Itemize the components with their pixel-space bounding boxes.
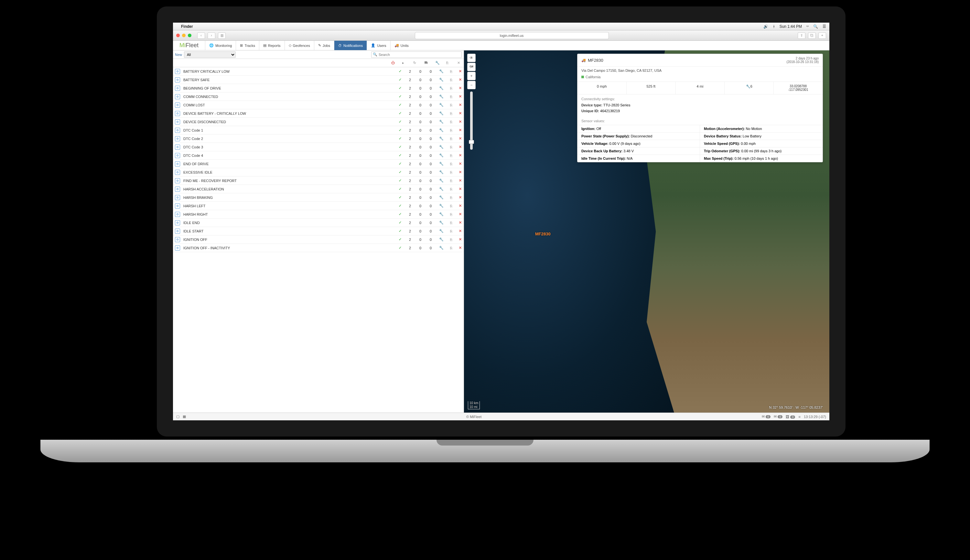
new-tab-button[interactable]: + [818,32,826,39]
image-icon[interactable]: 🖼 0 [786,415,795,419]
menubar-app-name[interactable]: Finder [181,24,193,29]
notification-row[interactable]: HARSH LEFT✓200🔧⎘✕ [173,202,464,210]
settings-icon[interactable]: 🔧 [435,61,440,65]
map-view[interactable]: 👁 🗺 + − 🚚 MF2830 2 days 23 h ago (2018-1… [464,50,829,413]
search-input[interactable]: 🔍 [371,52,462,58]
back-button[interactable]: ‹ [197,32,205,39]
wrench-icon[interactable]: 🔧 [439,120,443,124]
mail-icon[interactable]: ✉ 0 [762,415,770,419]
check-icon[interactable]: ✓ [399,94,402,98]
check-icon[interactable]: ✓ [399,237,402,242]
copy-icon[interactable]: ⎘ [450,187,452,191]
check-icon[interactable]: ✓ [399,204,402,208]
filter-select[interactable]: All [184,52,236,58]
delete-icon[interactable]: ✕ [459,204,462,208]
check-icon[interactable]: ✓ [399,69,402,73]
copy-icon[interactable]: ⎘ [450,212,452,216]
copy-icon[interactable]: ⎘ [450,86,452,90]
delete-icon[interactable]: ✕ [459,212,462,216]
copy-icon[interactable]: ⎘ [450,120,452,124]
notification-row[interactable]: IGNITION OFF - INACTIVITY✓200🔧⎘✕ [173,244,464,252]
check-icon[interactable]: ✓ [399,195,402,200]
check-icon[interactable]: ✓ [399,145,402,149]
notification-row[interactable]: IDLE START✓200🔧⎘✕ [173,227,464,235]
wifi-icon[interactable]: ⌔ [807,24,809,29]
spotlight-icon[interactable]: 🔍 [813,24,818,29]
map-unit-marker[interactable]: MF2830 [535,232,551,237]
wrench-icon[interactable]: 🔧 [439,69,443,73]
copy-icon[interactable]: ⎘ [450,103,452,107]
check-icon[interactable]: ✓ [399,162,402,166]
view-grid-icon[interactable]: ▦ [183,415,186,419]
notification-row[interactable]: DTC Code 1✓200🔧⎘✕ [173,126,464,135]
map-visibility-button[interactable]: 👁 [467,54,476,62]
delete-icon[interactable]: ✕ [459,128,462,132]
wrench-icon[interactable]: 🔧 [439,145,443,149]
wrench-icon[interactable]: 🔧 [439,153,443,157]
url-bar[interactable]: login.mifleet.us [415,32,609,39]
check-icon[interactable]: ✓ [399,178,402,183]
delete-icon[interactable]: ✕ [459,229,462,233]
check-icon[interactable]: ✓ [399,212,402,216]
check-icon[interactable]: ✓ [399,220,402,225]
delete-icon[interactable]: ✕ [459,246,462,250]
notification-row[interactable]: BATTERY SAFE✓200🔧⎘✕ [173,76,464,84]
copy-icon[interactable]: ⎘ [450,70,452,73]
copy-icon[interactable]: ⎘ [450,170,452,174]
close-window-button[interactable] [176,33,180,37]
check-icon[interactable]: ✓ [399,128,402,132]
zoom-in-button[interactable]: + [467,72,476,80]
share-button[interactable]: ⇪ [798,32,805,39]
notification-row[interactable]: DEVICE BATTERY - CRITICALLY LOW✓200🔧⎘✕ [173,109,464,118]
delete-icon[interactable]: ✕ [459,220,462,225]
delete-icon[interactable]: ✕ [459,145,462,149]
notification-row[interactable]: HARSH BRAKING✓200🔧⎘✕ [173,193,464,202]
check-icon[interactable]: ✓ [399,86,402,90]
forward-button[interactable]: › [208,32,215,39]
delete-icon[interactable]: ✕ [459,153,462,157]
check-icon[interactable]: ✓ [399,187,402,191]
delete-icon[interactable]: ✕ [459,137,462,141]
tab-reports[interactable]: ▤Reports [259,41,285,50]
view-toggle-panel-icon[interactable]: ▢ [176,415,180,419]
notification-row[interactable]: HARSH RIGHT✓200🔧⎘✕ [173,210,464,218]
delete-icon[interactable]: ✕ [459,120,462,124]
wrench-icon[interactable]: 🔧 [439,78,443,82]
copy-icon[interactable]: ⎘ [450,221,452,225]
close-icon[interactable]: ✕ [457,61,462,65]
check-icon[interactable]: ✓ [399,246,402,250]
tab-monitoring[interactable]: 🌐Monitoring [205,41,236,50]
copy-icon[interactable]: ⎘ [450,112,452,115]
notification-row[interactable]: COMM LOST✓200🔧⎘✕ [173,101,464,109]
sidebar-toggle-button[interactable]: ▥ [218,32,226,39]
menu-icon[interactable]: ☰ [823,24,826,29]
check-icon[interactable]: ✓ [399,229,402,233]
delete-icon[interactable]: ✕ [459,103,462,107]
delete-icon[interactable]: ✕ [459,195,462,200]
refresh-icon[interactable]: ↻ [413,61,418,65]
tab-tracks[interactable]: ⊞Tracks [236,41,259,50]
list-icon[interactable]: ≡ [798,415,800,419]
wrench-icon[interactable]: 🔧 [439,94,443,98]
menubar-clock[interactable]: Sun 1:44 PM [780,24,802,29]
delete-icon[interactable]: ✕ [459,86,462,90]
tab-users[interactable]: 👤Users [367,41,390,50]
tab-geofences[interactable]: ◇Geofences [285,41,314,50]
wrench-icon[interactable]: 🔧 [439,103,443,107]
copy-icon[interactable]: ⎘ [450,153,452,157]
wrench-icon[interactable]: 🔧 [439,195,443,200]
check-icon[interactable]: ✓ [399,170,402,174]
copy-icon[interactable]: ⎘ [450,95,452,98]
wrench-icon[interactable]: 🔧 [439,212,443,216]
delete-icon[interactable]: ✕ [459,170,462,174]
copy-icon[interactable]: ⎘ [450,238,452,242]
map-layers-button[interactable]: 🗺 [467,63,476,71]
delete-icon[interactable]: ✕ [459,162,462,166]
wrench-icon[interactable]: 🔧 [439,111,443,115]
notification-row[interactable]: DEVICE DISCONNECTED✓200🔧⎘✕ [173,118,464,126]
zoom-slider[interactable] [470,92,473,150]
delete-icon[interactable]: ✕ [459,178,462,183]
maximize-window-button[interactable] [188,33,192,37]
copy-icon[interactable]: ⎘ [450,229,452,233]
copy-icon[interactable]: ⎘ [450,204,452,208]
